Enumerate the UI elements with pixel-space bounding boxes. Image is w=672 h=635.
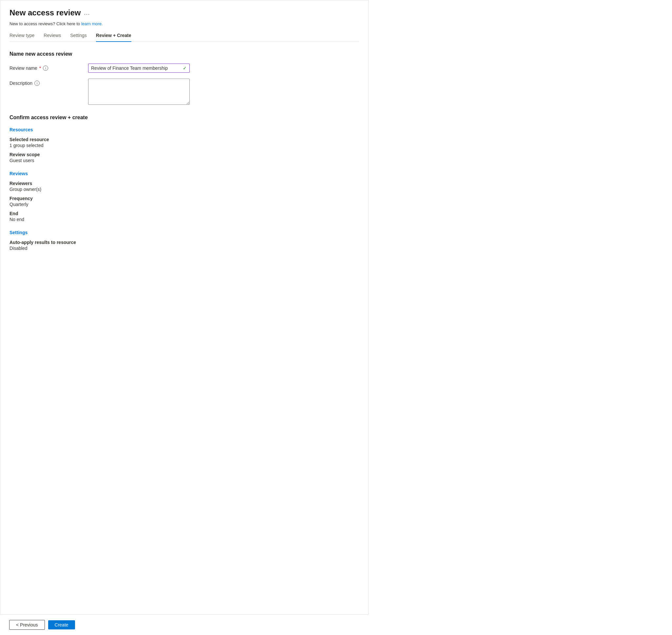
resources-header: Resources: [9, 127, 359, 132]
page-title: New access review: [9, 8, 81, 17]
settings-section: Settings Auto-apply results to resource …: [9, 230, 359, 251]
selected-resource-value: 1 group selected: [9, 143, 359, 148]
footer: < Previous Create: [0, 614, 369, 635]
tab-review-type[interactable]: Review type: [9, 33, 35, 42]
more-options-icon[interactable]: ...: [84, 9, 90, 16]
reviewers-label: Reviewers: [9, 181, 359, 186]
create-button[interactable]: Create: [48, 620, 75, 630]
end-field: End No end: [9, 211, 359, 222]
help-text: New to access reviews? Click here to lea…: [9, 21, 359, 26]
review-name-label: Review name * i: [9, 64, 88, 71]
end-label: End: [9, 211, 359, 216]
reviewers-field: Reviewers Group owner(s): [9, 181, 359, 192]
required-star: *: [39, 66, 41, 71]
review-name-group: Review name * i Review of Finance Team m…: [9, 64, 359, 73]
description-textarea[interactable]: [88, 79, 190, 105]
description-label: Description i: [9, 79, 88, 86]
review-scope-value: Guest users: [9, 158, 359, 163]
confirm-section: Confirm access review + create Resources…: [9, 115, 359, 251]
confirm-title: Confirm access review + create: [9, 115, 359, 121]
description-group: Description i: [9, 79, 359, 105]
review-name-check-icon: ✓: [183, 66, 187, 71]
frequency-label: Frequency: [9, 196, 359, 201]
reviewers-value: Group owner(s): [9, 187, 359, 192]
auto-apply-value: Disabled: [9, 246, 359, 251]
tab-settings[interactable]: Settings: [70, 33, 87, 42]
end-value: No end: [9, 217, 359, 222]
tabs: Review type Reviews Settings Review + Cr…: [9, 33, 359, 42]
review-scope-field: Review scope Guest users: [9, 152, 359, 163]
description-info-icon[interactable]: i: [35, 81, 40, 86]
previous-button[interactable]: < Previous: [9, 620, 45, 630]
selected-resource-label: Selected resource: [9, 137, 359, 142]
settings-header: Settings: [9, 230, 359, 235]
selected-resource-field: Selected resource 1 group selected: [9, 137, 359, 148]
review-scope-label: Review scope: [9, 152, 359, 157]
frequency-value: Quarterly: [9, 202, 359, 207]
reviews-section: Reviews Reviewers Group owner(s) Frequen…: [9, 171, 359, 222]
auto-apply-label: Auto-apply results to resource: [9, 240, 359, 245]
learn-more-link[interactable]: learn more.: [81, 21, 103, 26]
review-name-input-container: Review of Finance Team membership ✓: [88, 64, 190, 73]
review-name-info-icon[interactable]: i: [43, 66, 48, 71]
auto-apply-field: Auto-apply results to resource Disabled: [9, 240, 359, 251]
reviews-header: Reviews: [9, 171, 359, 176]
form-section-title: Name new access review: [9, 51, 359, 57]
resources-section: Resources Selected resource 1 group sele…: [9, 127, 359, 163]
frequency-field: Frequency Quarterly: [9, 196, 359, 207]
tab-review-create[interactable]: Review + Create: [96, 33, 131, 42]
tab-reviews[interactable]: Reviews: [44, 33, 61, 42]
review-name-value: Review of Finance Team membership: [91, 66, 168, 71]
